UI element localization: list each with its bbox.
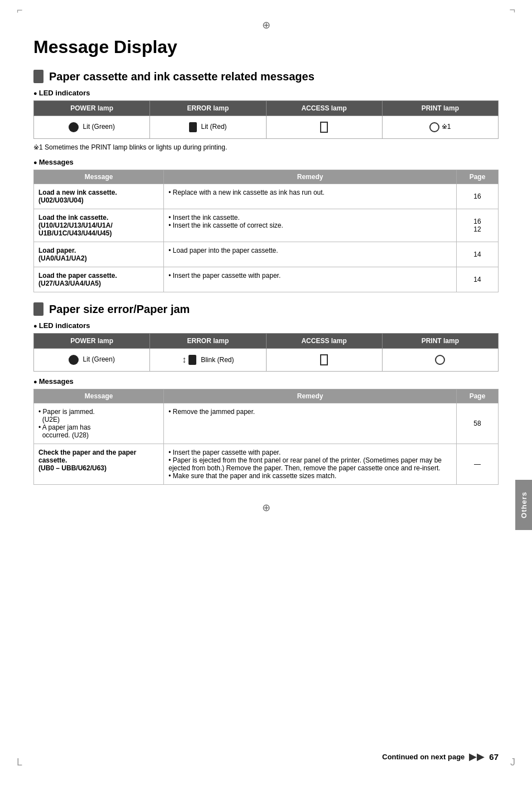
msg-cell-4: Load the paper cassette.(U27/UA3/UA4/UA5… (34, 267, 164, 292)
continued-text: Continued on next page (382, 753, 465, 761)
section1-footnote: ※1 Sometimes the PRINT lamp blinks or li… (33, 143, 499, 151)
led2-cell-error: ↕ Blink (Red) (150, 349, 266, 372)
square-outline2-icon (320, 354, 328, 365)
msg2-cell-1: • Paper is jammed. (U2E)• A paper jam ha… (34, 403, 164, 444)
red-led-icon (189, 122, 197, 132)
continue-arrow-icon: ▶▶ (469, 750, 485, 763)
corner-mark-tl: ⌐ (17, 4, 23, 16)
corner-mark-tr: ¬ (509, 4, 515, 16)
circle-outline2-icon (435, 355, 445, 365)
section1-led-table: POWER lamp ERROR lamp ACCESS lamp PRINT … (33, 100, 499, 139)
section1-title: Paper cassette and ink cassette related … (49, 70, 315, 83)
bottom-crosshair: ⊕ (33, 502, 499, 514)
blink-arrows-icon: ↕ (182, 355, 186, 365)
led-header-access: ACCESS lamp (266, 101, 382, 116)
others-sidebar: Others (515, 480, 532, 530)
remedy2-cell-2: • Insert the paper cassette with paper. … (164, 444, 457, 485)
green-led-icon (69, 122, 79, 132)
led-header-error: ERROR lamp (150, 101, 266, 116)
msg2-header-remedy: Remedy (164, 389, 457, 403)
square-outline-icon (320, 122, 328, 133)
led-cell-access (266, 116, 382, 139)
remedy-cell-1: • Replace with a new ink cassette as ink… (164, 184, 457, 209)
page-cell-3: 14 (457, 242, 499, 267)
led-header-power: POWER lamp (34, 101, 150, 116)
page-footer: Continued on next page ▶▶ 67 (382, 750, 499, 763)
led2-header-print: PRINT lamp (382, 334, 498, 349)
section2-title: Paper size error/Paper jam (49, 303, 190, 316)
msg-header-remedy: Remedy (164, 170, 457, 184)
msg-header-page: Page (457, 170, 499, 184)
section2-led-label: LED indicators (33, 321, 499, 330)
others-label: Others (520, 492, 528, 518)
led-cell-error: Lit (Red) (150, 116, 266, 139)
blink-red-icon (188, 355, 196, 365)
section1-bar (33, 70, 43, 83)
msg-header-message: Message (34, 170, 164, 184)
green-led2-icon (69, 355, 79, 365)
remedy2-cell-1: • Remove the jammed paper. (164, 403, 457, 444)
led-header-print: PRINT lamp (382, 101, 498, 116)
table-row: Check the paper and the paper cassette.(… (34, 444, 499, 485)
circle-outline-icon (429, 122, 439, 132)
led2-cell-print (382, 349, 498, 372)
section2-bar (33, 302, 43, 316)
remedy-cell-2: • Insert the ink cassette.• Insert the i… (164, 209, 457, 242)
top-crosshair: ⊕ (33, 19, 499, 31)
blink-led-container: ↕ Blink (Red) (182, 355, 234, 365)
led-cell-print: ※1 (382, 116, 498, 139)
led-cell-power: Lit (Green) (34, 116, 150, 139)
msg2-header-page: Page (457, 389, 499, 403)
led2-header-error: ERROR lamp (150, 334, 266, 349)
msg2-header-message: Message (34, 389, 164, 403)
section1-msg-table: Message Remedy Page Load a new ink casse… (33, 170, 499, 292)
table-row: Load the paper cassette.(U27/UA3/UA4/UA5… (34, 267, 499, 292)
section1-header: Paper cassette and ink cassette related … (33, 70, 499, 83)
led2-cell-power: Lit (Green) (34, 349, 150, 372)
page-number: 67 (489, 752, 499, 762)
table-row: Load a new ink cassette.(U02/U03/U04) • … (34, 184, 499, 209)
page-title: Message Display (33, 37, 499, 57)
table-row: Load paper.(UA0/UA1/UA2) • Load paper in… (34, 242, 499, 267)
led2-cell-access (266, 349, 382, 372)
section1-led-label: LED indicators (33, 89, 499, 97)
section2-msg-label: Messages (33, 377, 499, 386)
table-row: • Paper is jammed. (U2E)• A paper jam ha… (34, 403, 499, 444)
remedy-cell-3: • Load paper into the paper cassette. (164, 242, 457, 267)
corner-mark-br: J (510, 757, 515, 768)
page-cell-1: 16 (457, 184, 499, 209)
led2-header-power: POWER lamp (34, 334, 150, 349)
page2-cell-2: — (457, 444, 499, 485)
corner-mark-bl: L (17, 757, 22, 768)
page-cell-2: 1612 (457, 209, 499, 242)
section1-msg-label: Messages (33, 158, 499, 166)
led2-header-access: ACCESS lamp (266, 334, 382, 349)
msg-cell-3: Load paper.(UA0/UA1/UA2) (34, 242, 164, 267)
section2-msg-table: Message Remedy Page • Paper is jammed. (… (33, 389, 499, 485)
page-cell-4: 14 (457, 267, 499, 292)
msg-cell-1: Load a new ink cassette.(U02/U03/U04) (34, 184, 164, 209)
remedy-cell-4: • Insert the paper cassette with paper. (164, 267, 457, 292)
table-row: Load the ink cassette.(U10/U12/U13/U14/U… (34, 209, 499, 242)
msg-cell-2: Load the ink cassette.(U10/U12/U13/U14/U… (34, 209, 164, 242)
page2-cell-1: 58 (457, 403, 499, 444)
msg2-cell-2: Check the paper and the paper cassette.(… (34, 444, 164, 485)
section2-led-table: POWER lamp ERROR lamp ACCESS lamp PRINT … (33, 333, 499, 372)
section2-header: Paper size error/Paper jam (33, 302, 499, 316)
